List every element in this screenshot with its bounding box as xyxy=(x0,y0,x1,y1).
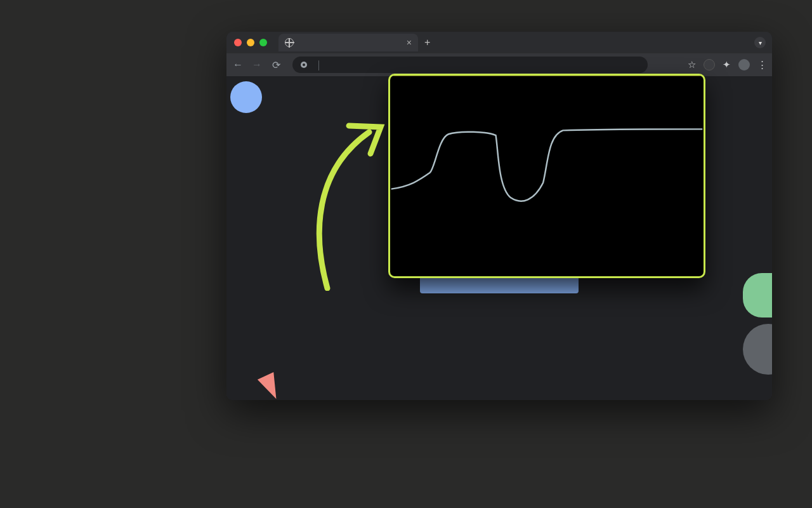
close-tab-icon[interactable]: × xyxy=(407,37,412,48)
svg-point-1 xyxy=(303,64,305,66)
chrome-icon xyxy=(300,61,308,69)
address-bar[interactable]: │ xyxy=(292,57,648,73)
decor-dot-grid xyxy=(253,94,320,133)
globe-icon xyxy=(285,38,294,47)
new-tab-button[interactable]: + xyxy=(424,37,430,48)
titlebar: × + ▾ xyxy=(226,32,772,53)
chromatic-tuner-popup[interactable] xyxy=(388,74,705,278)
minimize-window-icon[interactable] xyxy=(247,39,254,46)
decor-pill-green xyxy=(743,273,772,318)
tab-overflow-button[interactable]: ▾ xyxy=(754,37,766,48)
window-controls xyxy=(234,39,267,46)
forward-button[interactable]: → xyxy=(251,59,263,70)
reload-button[interactable]: ⟳ xyxy=(270,59,282,71)
extensions-puzzle-icon[interactable]: ✦ xyxy=(723,59,731,70)
kebab-menu-icon[interactable]: ⋮ xyxy=(757,59,767,70)
toolbar: ← → ⟳ │ ☆ ✦ ⋮ xyxy=(226,53,772,76)
tuner-pitch-trace xyxy=(391,129,703,201)
bookmark-star-icon[interactable]: ☆ xyxy=(688,59,696,70)
profile-avatar-icon[interactable] xyxy=(738,59,750,70)
decor-triangle xyxy=(258,372,284,400)
close-window-icon[interactable] xyxy=(234,39,242,46)
back-button[interactable]: ← xyxy=(232,59,244,70)
omnibox-separator: │ xyxy=(317,60,322,70)
extension-icon[interactable] xyxy=(704,59,715,70)
decor-circle-grey xyxy=(743,324,772,375)
browser-tab[interactable]: × xyxy=(278,34,418,51)
maximize-window-icon[interactable] xyxy=(259,39,267,46)
tuner-canvas xyxy=(390,76,704,276)
site-chip xyxy=(300,61,311,69)
